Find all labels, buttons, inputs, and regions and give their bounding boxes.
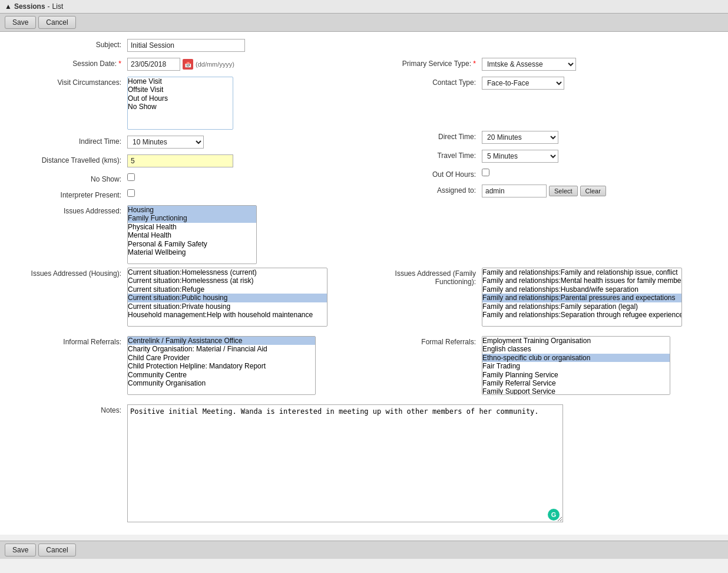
informal-referrals-row: Informal Referrals: Centrelink / Family …: [9, 336, 364, 395]
formal-referrals-listbox[interactable]: Employment Training Organisation English…: [482, 336, 670, 395]
distance-input[interactable]: [127, 154, 233, 167]
direct-time-label: Direct Time:: [364, 131, 482, 141]
select-button[interactable]: Select: [549, 186, 578, 196]
direct-time-row: Direct Time: 5 Minutes 10 Minutes 15 Min…: [364, 131, 719, 144]
notes-textarea[interactable]: Positive initial Meeting. Wanda is inter…: [127, 404, 563, 522]
interpreter-label: Interpreter Present:: [9, 189, 127, 199]
main-form-columns: Session Date: 📅 (dd/mm/yyyy) Visit Circu…: [9, 58, 719, 205]
issues-detail-columns: Issues Addressed (Housing): Current situ…: [9, 268, 719, 332]
calendar-icon[interactable]: 📅: [183, 59, 193, 70]
save-bottom-button[interactable]: Save: [5, 544, 36, 556]
housing-col: Issues Addressed (Housing): Current situ…: [9, 268, 364, 332]
contact-type-field: Face-to-Face: [482, 77, 719, 90]
form: Subject: Session Date: 📅 (dd/mm/yyyy): [0, 32, 728, 535]
informal-referrals-label: Informal Referrals:: [9, 336, 127, 346]
travel-time-select[interactable]: 0 Minutes 5 Minutes 10 Minutes 15 Minute…: [482, 150, 558, 163]
session-date-row: Session Date: 📅 (dd/mm/yyyy): [9, 58, 364, 71]
primary-service-label: Primary Service Type:: [364, 58, 482, 68]
contact-type-label: Contact Type:: [364, 77, 482, 87]
indirect-time-select[interactable]: 5 Minutes 10 Minutes 15 Minutes 20 Minut…: [127, 136, 204, 149]
issues-housing-row: Issues Addressed (Housing): Current situ…: [9, 268, 364, 327]
issues-family-listbox[interactable]: Family and relationships:Family and rela…: [482, 268, 682, 327]
assigned-to-row: Assigned to: Select Clear: [364, 185, 719, 197]
travel-time-label: Travel Time:: [364, 150, 482, 160]
informal-referrals-field: Centrelink / Family Assistance Office Ch…: [127, 336, 364, 395]
interpreter-field: [127, 189, 364, 197]
no-show-label: No Show:: [9, 173, 127, 183]
issues-housing-label: Issues Addressed (Housing):: [9, 268, 127, 278]
distance-label: Distance Travelled (kms):: [9, 154, 127, 164]
issues-addressed-field: Housing Family Functioning Physical Heal…: [127, 205, 719, 264]
no-show-field: [127, 173, 364, 181]
bottom-toolbar: Save Cancel: [0, 541, 728, 559]
informal-referrals-col: Informal Referrals: Centrelink / Family …: [9, 336, 364, 401]
indirect-time-field: 5 Minutes 10 Minutes 15 Minutes 20 Minut…: [127, 136, 364, 149]
interpreter-checkbox[interactable]: [127, 189, 135, 197]
date-format-hint: (dd/mm/yyyy): [196, 61, 234, 68]
session-date-field: 📅 (dd/mm/yyyy): [127, 58, 364, 71]
indirect-time-label: Indirect Time:: [9, 136, 127, 146]
session-date-input[interactable]: [127, 58, 180, 71]
breadcrumb-icon: ▲: [5, 2, 12, 11]
issues-housing-field: Current situation:Homelessness (current)…: [127, 268, 364, 327]
issues-housing-listbox[interactable]: Current situation:Homelessness (current)…: [127, 268, 327, 327]
visit-circumstances-field: Home Visit Offsite Visit Out of Hours No…: [127, 77, 364, 130]
no-show-checkbox[interactable]: [127, 173, 135, 181]
cancel-button[interactable]: Cancel: [38, 16, 75, 29]
informal-referrals-listbox[interactable]: Centrelink / Family Assistance Office Ch…: [127, 336, 316, 395]
subject-field: [127, 39, 719, 52]
out-of-hours-field: [482, 169, 719, 176]
indirect-time-row: Indirect Time: 5 Minutes 10 Minutes 15 M…: [9, 136, 364, 149]
formal-referrals-field: Employment Training Organisation English…: [482, 336, 719, 395]
notes-row: Notes: Positive initial Meeting. Wanda i…: [9, 404, 719, 524]
out-of-hours-label: Out Of Hours:: [364, 169, 482, 179]
contact-type-select[interactable]: Face-to-Face: [482, 77, 564, 90]
contact-type-row: Contact Type: Face-to-Face: [364, 77, 719, 90]
issues-addressed-listbox[interactable]: Housing Family Functioning Physical Heal…: [127, 205, 257, 264]
notes-field: Positive initial Meeting. Wanda is inter…: [127, 404, 719, 524]
no-show-row: No Show:: [9, 173, 364, 183]
distance-field: [127, 154, 364, 167]
primary-service-field: Imtske & Assesse: [482, 58, 719, 71]
primary-service-row: Primary Service Type: Imtske & Assesse: [364, 58, 719, 71]
visit-circumstances-label: Visit Circumstances:: [9, 77, 127, 87]
direct-time-field: 5 Minutes 10 Minutes 15 Minutes 20 Minut…: [482, 131, 719, 144]
issues-family-label: Issues Addressed (Family Functioning):: [364, 268, 482, 286]
grammarly-icon: G: [548, 509, 560, 521]
session-date-label: Session Date:: [9, 58, 127, 68]
subject-label: Subject:: [9, 39, 127, 49]
assigned-to-input[interactable]: [482, 185, 547, 197]
breadcrumb-separator: -: [48, 2, 50, 11]
cancel-bottom-button[interactable]: Cancel: [38, 544, 75, 556]
primary-service-select[interactable]: Imtske & Assesse: [482, 58, 576, 71]
family-col: Issues Addressed (Family Functioning): F…: [364, 268, 719, 332]
issues-addressed-row: Issues Addressed: Housing Family Functio…: [9, 205, 719, 264]
top-toolbar: Save Cancel: [0, 14, 728, 32]
assigned-to-field: Select Clear: [482, 185, 719, 197]
issues-family-field: Family and relationships:Family and rela…: [482, 268, 719, 327]
distance-row: Distance Travelled (kms):: [9, 154, 364, 167]
breadcrumb-page: List: [52, 2, 64, 11]
breadcrumb-section[interactable]: Sessions: [14, 2, 45, 11]
notes-container: Positive initial Meeting. Wanda is inter…: [127, 404, 563, 524]
clear-button[interactable]: Clear: [580, 186, 606, 196]
out-of-hours-checkbox[interactable]: [482, 169, 489, 176]
visit-circumstances-listbox[interactable]: Home Visit Offsite Visit Out of Hours No…: [127, 77, 233, 130]
formal-referrals-col: Formal Referrals: Employment Training Or…: [364, 336, 719, 401]
assigned-to-label: Assigned to:: [364, 185, 482, 195]
left-column: Session Date: 📅 (dd/mm/yyyy) Visit Circu…: [9, 58, 364, 205]
right-column: Primary Service Type: Imtske & Assesse C…: [364, 58, 719, 205]
issues-addressed-label: Issues Addressed:: [9, 205, 127, 215]
subject-input[interactable]: [127, 39, 245, 52]
save-button[interactable]: Save: [5, 16, 36, 29]
subject-row: Subject:: [9, 39, 719, 52]
spacer: [364, 95, 719, 131]
travel-time-row: Travel Time: 0 Minutes 5 Minutes 10 Minu…: [364, 150, 719, 163]
visit-circumstances-row: Visit Circumstances: Home Visit Offsite …: [9, 77, 364, 130]
formal-referrals-row: Formal Referrals: Employment Training Or…: [364, 336, 719, 395]
breadcrumb: ▲ Sessions - List: [0, 0, 728, 14]
out-of-hours-row: Out Of Hours:: [364, 169, 719, 179]
notes-label: Notes:: [9, 404, 127, 414]
direct-time-select[interactable]: 5 Minutes 10 Minutes 15 Minutes 20 Minut…: [482, 131, 558, 144]
interpreter-row: Interpreter Present:: [9, 189, 364, 199]
